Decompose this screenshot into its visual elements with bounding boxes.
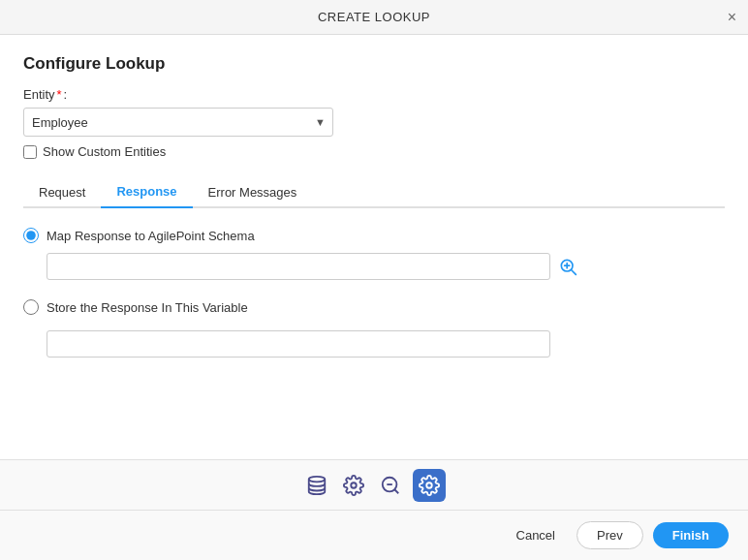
search-lookup-icon [558, 257, 577, 276]
schema-search-button[interactable] [558, 257, 577, 276]
schema-input[interactable] [47, 253, 550, 280]
dialog-footer: Cancel Prev Finish [0, 510, 748, 560]
dialog-body: Configure Lookup Entity * : Employee ▼ S… [0, 35, 748, 459]
svg-point-5 [351, 482, 357, 488]
entity-select-wrapper: Employee ▼ [23, 108, 333, 137]
database-toolbar-button[interactable] [302, 471, 331, 500]
svg-point-9 [426, 482, 432, 488]
variable-input[interactable] [47, 330, 550, 358]
section-title: Configure Lookup [23, 54, 725, 74]
map-response-option: Map Response to AgilePoint Schema [23, 228, 725, 243]
zoom-out-toolbar-button[interactable] [376, 471, 405, 500]
prev-button[interactable]: Prev [577, 521, 643, 549]
response-tab-content: Map Response to AgilePoint Schema [23, 228, 725, 358]
show-custom-entities-checkbox[interactable] [23, 145, 37, 159]
dialog-header: CREATE LOOKUP × [0, 0, 748, 35]
settings-search-toolbar-button[interactable] [339, 471, 368, 500]
store-variable-option: Store the Response In This Variable [23, 299, 725, 315]
store-variable-radio[interactable] [23, 299, 39, 315]
store-variable-label[interactable]: Store the Response In This Variable [47, 300, 248, 315]
tab-response[interactable]: Response [101, 176, 192, 208]
entity-select[interactable]: Employee [23, 108, 333, 137]
dialog-toolbar [0, 459, 748, 510]
database-icon [306, 475, 327, 496]
dialog-title: CREATE LOOKUP [318, 10, 430, 24]
map-response-label[interactable]: Map Response to AgilePoint Schema [47, 229, 255, 243]
tab-error-messages[interactable]: Error Messages [193, 176, 313, 208]
entity-label: Entity * : [23, 87, 725, 102]
custom-entities-row: Show Custom Entities [23, 144, 725, 159]
close-button[interactable]: × [728, 10, 736, 25]
tab-request[interactable]: Request [23, 176, 101, 208]
cancel-button[interactable]: Cancel [505, 522, 567, 548]
active-config-toolbar-button[interactable] [413, 469, 446, 502]
svg-line-1 [572, 270, 577, 275]
map-response-radio[interactable] [23, 228, 39, 243]
required-marker: * [57, 87, 62, 102]
zoom-out-icon [380, 475, 401, 496]
create-lookup-dialog: CREATE LOOKUP × Configure Lookup Entity … [0, 0, 748, 560]
svg-line-7 [394, 489, 398, 493]
store-variable-section: Store the Response In This Variable [23, 299, 725, 358]
show-custom-entities-label[interactable]: Show Custom Entities [43, 144, 166, 159]
tabs-container: Request Response Error Messages [23, 174, 725, 208]
active-config-icon [419, 475, 440, 496]
entity-row: Employee ▼ [23, 108, 725, 137]
schema-input-row [47, 253, 725, 280]
svg-point-4 [309, 476, 326, 482]
finish-button[interactable]: Finish [653, 522, 729, 548]
settings-search-icon [343, 475, 364, 496]
